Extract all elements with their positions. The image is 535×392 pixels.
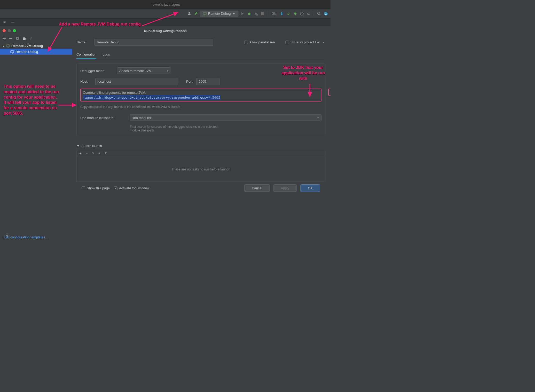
git-push-icon[interactable] [293, 11, 298, 16]
port-label: Port: [186, 80, 193, 83]
add-task-icon[interactable]: ＋ [79, 151, 82, 156]
host-input[interactable] [95, 78, 178, 85]
history-icon[interactable] [299, 11, 304, 16]
svg-rect-10 [17, 37, 18, 40]
module-classpath-label: Use module classpath: [80, 116, 127, 120]
play-icon[interactable] [240, 11, 245, 16]
add-config-icon[interactable] [2, 36, 6, 41]
allow-parallel-label: Allow parallel run [249, 40, 275, 44]
copy-paste-hint: Copy and paste the arguments to the comm… [80, 105, 321, 109]
host-label: Host: [80, 80, 92, 83]
edit-templates-link[interactable]: Edit configuration templates… [0, 232, 72, 242]
chevron-down-icon: ▼ [76, 144, 80, 148]
sync-icon[interactable] [323, 11, 328, 16]
svg-rect-14 [11, 51, 14, 53]
git-commit-icon[interactable] [286, 11, 291, 16]
git-label: Git: [272, 12, 277, 15]
before-launch-empty: There are no tasks to run before launch [76, 157, 325, 182]
dialog-title: Run/Debug Configurations [0, 29, 331, 33]
svg-rect-15 [12, 53, 13, 53]
gear-icon[interactable] [322, 41, 325, 44]
command-line-args-value[interactable]: -agentlib:jdwp=transport=dt_socket,serve… [83, 95, 220, 100]
minimize-icon[interactable] [10, 20, 15, 25]
main-toolbar: Remote Debug ▼ Git: [0, 9, 331, 19]
remove-task-icon[interactable]: － [85, 151, 89, 156]
debugger-mode-select[interactable]: Attach to remote JVM ▼ [117, 67, 171, 74]
svg-rect-11 [17, 37, 19, 39]
debugger-mode-label: Debugger mode: [80, 69, 114, 73]
move-up-icon[interactable]: ▲ [98, 151, 101, 156]
jdk-version-select[interactable]: JDK 9 or later ⌄ [328, 89, 331, 96]
run-config-label: Remote Debug [208, 12, 231, 15]
save-config-icon[interactable] [22, 36, 26, 41]
module-hint-2: module classpath [130, 129, 321, 132]
store-as-file-label: Store as project file [290, 40, 319, 44]
svg-rect-13 [7, 47, 9, 48]
help-button[interactable]: ? [4, 233, 10, 239]
name-input[interactable] [95, 39, 213, 46]
coverage-icon[interactable] [253, 11, 258, 16]
cancel-button[interactable]: Cancel [244, 184, 270, 192]
copy-config-icon[interactable] [15, 36, 20, 41]
svg-rect-0 [203, 12, 206, 14]
module-classpath-value: <no module> [132, 116, 152, 120]
svg-rect-9 [11, 22, 14, 22]
git-update-icon[interactable] [279, 11, 284, 16]
chevron-down-icon: ⌄ [3, 44, 5, 47]
before-launch-header[interactable]: ▼ Before launch [76, 144, 325, 148]
module-hint-1: First search for sources of the debugged… [130, 125, 321, 129]
module-classpath-select[interactable]: <no module> ▼ [130, 114, 321, 121]
svg-point-6 [318, 12, 320, 14]
user-icon[interactable] [187, 11, 192, 16]
remote-debug-group-icon [6, 44, 10, 48]
svg-point-16 [323, 42, 324, 43]
tree-item-label: Remote Debug [15, 50, 38, 54]
command-line-args-box: Command line arguments for remote JVM: -… [80, 89, 321, 101]
show-this-page-checkbox[interactable]: Show this page [82, 186, 110, 190]
window-title: newrelic-java-agent [151, 3, 180, 6]
command-line-args-label: Command line arguments for remote JVM: [83, 91, 319, 95]
remote-debug-config-icon [203, 12, 207, 15]
svg-rect-4 [261, 12, 264, 15]
remove-config-icon[interactable] [9, 36, 13, 41]
debugger-mode-value: Attach to remote JVM [119, 69, 152, 73]
search-icon[interactable] [317, 11, 322, 16]
store-as-file-checkbox[interactable]: Store as project file [285, 40, 325, 44]
chevron-down-icon: ▼ [167, 70, 169, 72]
run-debug-configurations-dialog: Run/Debug Configurations ↓ª ⌄ Remote JVM… [0, 27, 331, 242]
tab-configuration[interactable]: Configuration [76, 51, 96, 59]
sub-toolbar [0, 19, 331, 26]
remote-debug-item-icon [10, 50, 14, 54]
rollback-icon[interactable] [306, 11, 311, 16]
svg-point-2 [248, 13, 250, 15]
activate-tool-window-label: Activate tool window [119, 186, 150, 190]
gear-icon[interactable] [2, 20, 7, 25]
sort-icon[interactable]: ↓ª [29, 36, 33, 41]
debug-icon[interactable] [247, 11, 252, 16]
before-launch-label: Before launch [81, 144, 102, 148]
tree-group-label: Remote JVM Debug [11, 44, 43, 48]
run-config-dropdown[interactable]: Remote Debug ▼ [200, 11, 238, 17]
tree-item-remote-debug[interactable]: Remote Debug [0, 49, 72, 55]
tree-group-remote-jvm-debug[interactable]: ⌄ Remote JVM Debug [0, 43, 72, 49]
svg-rect-3 [256, 14, 258, 15]
move-down-icon[interactable]: ▼ [104, 151, 107, 156]
activate-tool-window-checkbox[interactable]: ✓ Activate tool window [114, 186, 150, 190]
show-this-page-label: Show this page [87, 186, 110, 190]
svg-rect-1 [204, 15, 205, 15]
edit-task-icon[interactable]: ✎ [92, 151, 95, 156]
chevron-down-icon: ▼ [317, 117, 319, 119]
port-input[interactable] [196, 78, 219, 85]
svg-rect-12 [6, 45, 10, 47]
svg-point-7 [324, 12, 328, 15]
stop-icon[interactable] [260, 11, 265, 16]
tab-logs[interactable]: Logs [103, 51, 110, 59]
ok-button[interactable]: OK [300, 184, 320, 192]
name-label: Name: [76, 40, 89, 44]
hammer-icon[interactable] [193, 11, 199, 16]
apply-button[interactable]: Apply [273, 184, 297, 192]
allow-parallel-checkbox[interactable]: Allow parallel run [244, 40, 275, 44]
chevron-down-icon: ▼ [232, 12, 235, 15]
